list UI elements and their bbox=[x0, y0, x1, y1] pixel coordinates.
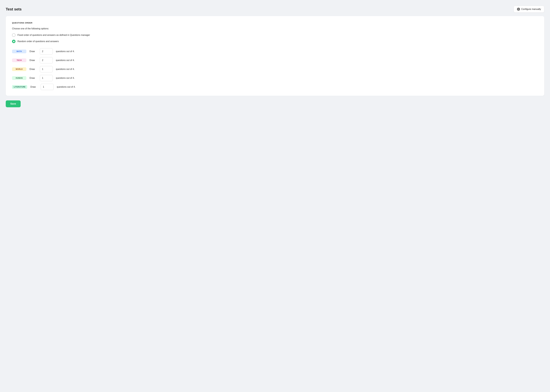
out-of-label-0: questions out of 4. bbox=[56, 50, 75, 53]
footer: Save bbox=[6, 100, 544, 107]
radio-random-label: Random order of questions and answers bbox=[17, 40, 59, 43]
draw-label-3: Draw bbox=[29, 77, 37, 79]
category-rows: MATH Draw questions out of 4. TECH Draw … bbox=[12, 48, 538, 90]
globe-icon bbox=[517, 7, 520, 11]
out-of-label-4: questions out of 4. bbox=[57, 86, 76, 88]
main-card: QUESTIONS ORDER Choose one of the follow… bbox=[6, 16, 544, 96]
page-header: Test sets Configure manually bbox=[6, 6, 544, 13]
draw-input-human[interactable] bbox=[40, 75, 53, 81]
subtitle: Choose one of the following options: bbox=[12, 27, 538, 30]
save-button[interactable]: Save bbox=[6, 100, 21, 107]
category-badge-world: WORLD bbox=[12, 67, 26, 71]
category-row: LITERATURE Draw questions out of 4. bbox=[12, 84, 538, 90]
draw-input-math[interactable] bbox=[40, 48, 53, 55]
radio-random-option[interactable]: Random order of questions and answers bbox=[12, 40, 538, 43]
draw-input-world[interactable] bbox=[40, 66, 53, 72]
section-title: QUESTIONS ORDER bbox=[12, 22, 538, 24]
radio-random-circle bbox=[12, 40, 15, 43]
radio-group: Fixed order of questions and answers as … bbox=[12, 33, 538, 43]
category-row: HUMAN Draw questions out of 4. bbox=[12, 75, 538, 81]
draw-input-tech[interactable] bbox=[40, 57, 53, 63]
radio-fixed-circle bbox=[12, 33, 15, 37]
configure-manually-label: Configure manually bbox=[521, 8, 541, 10]
radio-fixed-option[interactable]: Fixed order of questions and answers as … bbox=[12, 33, 538, 37]
draw-input-literature[interactable] bbox=[41, 84, 54, 90]
radio-fixed-label: Fixed order of questions and answers as … bbox=[17, 34, 90, 36]
draw-label-2: Draw bbox=[29, 68, 37, 70]
draw-label-1: Draw bbox=[29, 59, 37, 62]
category-badge-literature: LITERATURE bbox=[12, 85, 27, 89]
out-of-label-2: questions out of 4. bbox=[56, 68, 75, 70]
category-row: WORLD Draw questions out of 4. bbox=[12, 66, 538, 72]
category-badge-tech: TECH bbox=[12, 58, 26, 62]
category-badge-math: MATH bbox=[12, 49, 26, 53]
category-row: MATH Draw questions out of 4. bbox=[12, 48, 538, 55]
category-badge-human: HUMAN bbox=[12, 76, 26, 80]
category-row: TECH Draw questions out of 4. bbox=[12, 57, 538, 63]
draw-label-0: Draw bbox=[29, 50, 37, 53]
out-of-label-3: questions out of 4. bbox=[56, 77, 75, 79]
draw-label-4: Draw bbox=[30, 86, 37, 88]
out-of-label-1: questions out of 4. bbox=[56, 59, 75, 62]
configure-manually-button[interactable]: Configure manually bbox=[514, 6, 544, 13]
page-title: Test sets bbox=[6, 7, 22, 11]
